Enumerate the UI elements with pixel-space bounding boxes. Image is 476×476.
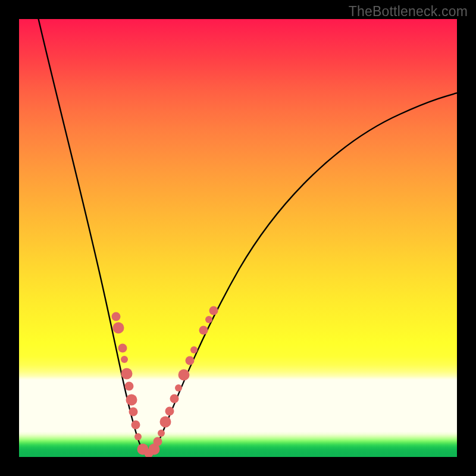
- marker-dot: [121, 368, 133, 380]
- marker-dot: [160, 416, 171, 428]
- marker-dot: [125, 382, 134, 391]
- marker-dot: [154, 437, 162, 446]
- marker-dot: [205, 316, 212, 323]
- marker-dot: [158, 430, 165, 437]
- marker-dot: [113, 322, 124, 334]
- marker-dot: [175, 384, 182, 392]
- marker-dot: [190, 346, 198, 353]
- marker-dot: [131, 421, 140, 430]
- marker-dot: [178, 369, 190, 381]
- marker-dot: [170, 394, 179, 403]
- marker-dot: [129, 408, 138, 416]
- marker-dot: [118, 344, 127, 353]
- watermark-text: TheBottleneck.com: [349, 4, 468, 20]
- marker-dot: [121, 356, 128, 363]
- chart-frame: TheBottleneck.com: [0, 0, 476, 476]
- marker-dot: [134, 433, 142, 440]
- marker-dot: [186, 356, 195, 365]
- marker-dot: [209, 306, 218, 315]
- marker-dot: [112, 312, 121, 321]
- marker-dot: [165, 407, 174, 416]
- plot-area: [19, 19, 457, 457]
- bottleneck-curve: [19, 19, 457, 457]
- marker-dot: [126, 394, 137, 406]
- marker-dot: [199, 326, 208, 335]
